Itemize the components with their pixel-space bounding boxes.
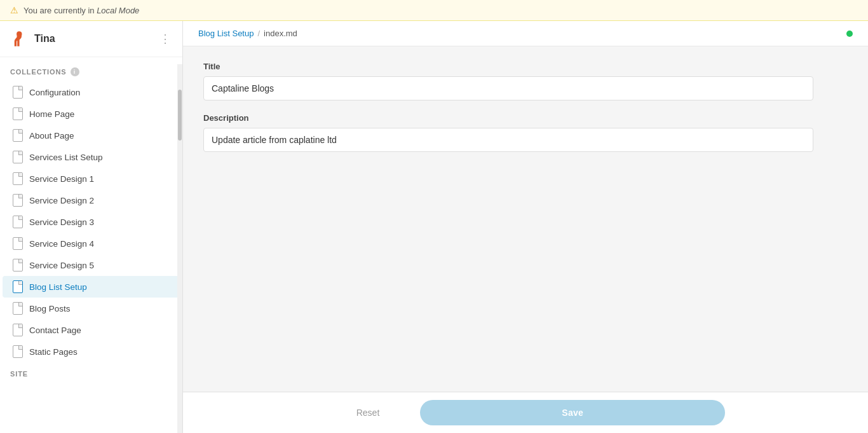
sidebar-item-label: Service Design 5	[29, 261, 94, 270]
sidebar: Tina ⋮ COLLECTIONS i Configuration Home …	[0, 21, 183, 433]
sidebar-item-blog-list-setup[interactable]: Blog List Setup	[3, 276, 180, 298]
status-dot	[846, 31, 853, 37]
breadcrumb-parent-link[interactable]: Blog List Setup	[198, 29, 254, 38]
content-area: Blog List Setup / index.md Title Descrip…	[183, 21, 868, 433]
breadcrumb-separator: /	[257, 29, 260, 38]
warning-text: You are currently in Local Mode	[24, 6, 139, 15]
form-content: Title Description	[183, 46, 868, 392]
footer-bar: Reset Save	[183, 392, 868, 433]
sidebar-item-home-page[interactable]: Home Page	[3, 103, 180, 125]
description-form-group: Description	[203, 113, 848, 152]
svg-point-0	[18, 32, 19, 34]
sidebar-item-label: About Page	[29, 131, 74, 141]
sidebar-item-static-pages[interactable]: Static Pages	[3, 341, 180, 362]
sidebar-scroll: COLLECTIONS i Configuration Home Page Ab…	[0, 57, 182, 433]
sidebar-item-label: Service Design 2	[29, 196, 94, 205]
warning-banner: ⚠ You are currently in Local Mode	[0, 0, 868, 21]
sidebar-item-service-design-2[interactable]: Service Design 2	[3, 189, 180, 211]
doc-icon	[13, 216, 23, 228]
breadcrumb: Blog List Setup / index.md	[198, 29, 297, 38]
save-button[interactable]: Save	[420, 400, 725, 425]
sidebar-item-contact-page[interactable]: Contact Page	[3, 319, 180, 341]
sidebar-item-configuration[interactable]: Configuration	[3, 81, 180, 103]
breadcrumb-bar: Blog List Setup / index.md	[183, 21, 868, 46]
doc-icon	[13, 259, 23, 271]
sidebar-item-label: Blog List Setup	[29, 282, 87, 292]
sidebar-item-service-design-5[interactable]: Service Design 5	[3, 254, 180, 276]
doc-icon	[13, 129, 23, 142]
sidebar-logo: Tina	[10, 30, 55, 48]
doc-icon	[13, 86, 23, 99]
collections-label: COLLECTIONS i	[0, 67, 182, 81]
sidebar-item-label: Blog Posts	[29, 304, 71, 313]
sidebar-item-service-design-4[interactable]: Service Design 4	[3, 233, 180, 254]
sidebar-menu-button[interactable]: ⋮	[159, 32, 172, 46]
reset-button[interactable]: Reset	[326, 401, 410, 424]
sidebar-item-service-design-1[interactable]: Service Design 1	[3, 168, 180, 189]
warning-icon: ⚠	[10, 5, 18, 15]
sidebar-item-label: Home Page	[29, 109, 74, 119]
description-input[interactable]	[203, 128, 813, 152]
doc-icon	[13, 345, 23, 358]
title-form-group: Title	[203, 62, 848, 100]
sidebar-header: Tina ⋮	[0, 21, 182, 57]
doc-icon	[13, 302, 23, 315]
sidebar-item-service-design-3[interactable]: Service Design 3	[3, 211, 180, 233]
sidebar-item-label: Contact Page	[29, 326, 81, 335]
doc-icon	[13, 107, 23, 120]
title-input[interactable]	[203, 76, 813, 100]
sidebar-item-blog-posts[interactable]: Blog Posts	[3, 298, 180, 319]
sidebar-item-services-list-setup[interactable]: Services List Setup	[3, 146, 180, 168]
site-label: SITE	[0, 362, 182, 381]
collections-info-icon[interactable]: i	[71, 67, 79, 76]
doc-icon	[13, 237, 23, 250]
title-label: Title	[203, 62, 848, 71]
llama-icon	[10, 30, 28, 48]
sidebar-item-label: Service Design 4	[29, 239, 94, 249]
description-label: Description	[203, 113, 848, 123]
sidebar-item-label: Service Design 1	[29, 174, 94, 184]
doc-icon	[13, 324, 23, 336]
doc-icon	[13, 280, 23, 293]
doc-icon	[13, 194, 23, 207]
breadcrumb-current: index.md	[264, 29, 297, 38]
doc-icon	[13, 172, 23, 185]
app-title: Tina	[34, 33, 55, 45]
sidebar-item-label: Static Pages	[29, 347, 78, 357]
sidebar-item-label: Service Design 3	[29, 217, 94, 227]
doc-icon	[13, 151, 23, 163]
sidebar-item-label: Configuration	[29, 88, 80, 97]
sidebar-item-about-page[interactable]: About Page	[3, 125, 180, 146]
sidebar-item-label: Services List Setup	[29, 153, 103, 162]
